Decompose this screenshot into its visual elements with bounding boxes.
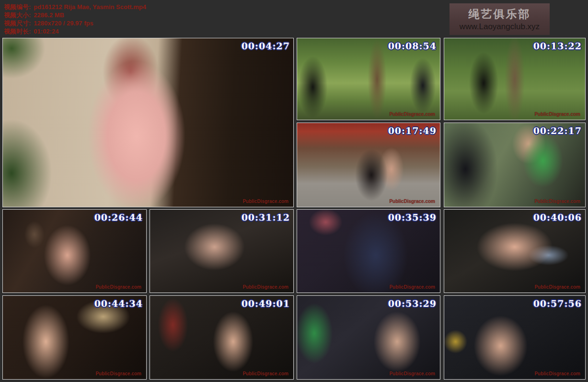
header-bar: 视频编号:pd161212 Rija Mae, Yasmin Scott.mp4… bbox=[0, 0, 588, 38]
video-thumbnail: 00:22:17 PublicDisgrace.com bbox=[444, 123, 586, 207]
studio-watermark: PublicDisgrace.com bbox=[534, 199, 580, 204]
video-thumbnail: 00:57:56 PublicDisgrace.com bbox=[444, 295, 586, 380]
banner-url: www.Laoyangclub.xyz bbox=[450, 22, 550, 32]
studio-watermark: PublicDisgrace.com bbox=[242, 371, 288, 376]
timestamp-overlay: 00:57:56 bbox=[533, 298, 582, 309]
meta-value: pd161212 Rija Mae, Yasmin Scott.mp4 bbox=[34, 3, 146, 11]
studio-watermark: PublicDisgrace.com bbox=[389, 199, 435, 204]
meta-label: 视频时长: bbox=[4, 28, 31, 35]
timestamp-overlay: 00:08:54 bbox=[388, 41, 437, 51]
timestamp-overlay: 00:04:27 bbox=[242, 41, 290, 51]
timestamp-overlay: 00:22:17 bbox=[533, 125, 582, 136]
meta-label: 视频大小: bbox=[4, 11, 31, 19]
studio-watermark: PublicDisgrace.com bbox=[534, 112, 580, 117]
studio-watermark: PublicDisgrace.com bbox=[242, 284, 288, 290]
studio-watermark: PublicDisgrace.com bbox=[389, 371, 435, 376]
studio-watermark: PublicDisgrace.com bbox=[389, 112, 435, 117]
timestamp-overlay: 00:35:39 bbox=[388, 212, 437, 223]
timestamp-overlay: 00:26:44 bbox=[94, 212, 143, 223]
video-thumbnail: 00:31:12 PublicDisgrace.com bbox=[150, 209, 294, 293]
studio-watermark: PublicDisgrace.com bbox=[389, 284, 435, 290]
timestamp-overlay: 00:17:49 bbox=[388, 125, 437, 136]
studio-watermark: PublicDisgrace.com bbox=[95, 371, 141, 376]
video-thumbnail-large: 00:04:27 PublicDisgrace.com bbox=[2, 38, 294, 207]
timestamp-overlay: 00:13:22 bbox=[533, 41, 582, 51]
video-thumbnail: 00:26:44 PublicDisgrace.com bbox=[2, 209, 147, 293]
video-thumbnail: 00:40:06 PublicDisgrace.com bbox=[444, 209, 586, 293]
video-thumbnail: 00:53:29 PublicDisgrace.com bbox=[297, 295, 440, 380]
banner-title: 绳艺俱乐部 bbox=[450, 7, 550, 22]
video-thumbnail: 00:08:54 PublicDisgrace.com bbox=[297, 38, 440, 120]
meta-label: 视频尺寸: bbox=[4, 20, 31, 27]
meta-value: 2286.2 MB bbox=[34, 11, 64, 19]
studio-watermark: PublicDisgrace.com bbox=[534, 371, 580, 376]
timestamp-overlay: 00:40:06 bbox=[533, 212, 582, 223]
meta-line-duration: 视频时长:01:02:24 bbox=[4, 27, 146, 35]
meta-line-filesize: 视频大小:2286.2 MB bbox=[4, 11, 146, 19]
timestamp-overlay: 00:44:34 bbox=[94, 298, 143, 309]
meta-value: 01:02:24 bbox=[34, 28, 58, 35]
video-thumbnail: 00:13:22 PublicDisgrace.com bbox=[444, 38, 586, 120]
timestamp-overlay: 00:49:01 bbox=[242, 298, 290, 309]
timestamp-overlay: 00:53:29 bbox=[388, 298, 437, 309]
studio-watermark: PublicDisgrace.com bbox=[242, 199, 288, 204]
video-thumbnail: 00:44:34 PublicDisgrace.com bbox=[2, 295, 147, 380]
meta-line-filename: 视频编号:pd161212 Rija Mae, Yasmin Scott.mp4 bbox=[4, 3, 146, 11]
meta-label: 视频编号: bbox=[4, 3, 31, 11]
video-thumbnail: 00:35:39 PublicDisgrace.com bbox=[297, 209, 440, 293]
thumbnail-image-placeholder bbox=[3, 38, 293, 207]
video-metadata: 视频编号:pd161212 Rija Mae, Yasmin Scott.mp4… bbox=[4, 3, 146, 35]
video-thumbnail: 00:17:49 PublicDisgrace.com bbox=[297, 123, 440, 207]
studio-watermark: PublicDisgrace.com bbox=[95, 284, 141, 290]
meta-line-resolution: 视频尺寸:1280x720 / 29.97 fps bbox=[4, 19, 146, 27]
video-thumbnail: 00:49:01 PublicDisgrace.com bbox=[150, 295, 294, 380]
meta-value: 1280x720 / 29.97 fps bbox=[34, 20, 93, 27]
studio-watermark: PublicDisgrace.com bbox=[534, 284, 580, 290]
timestamp-overlay: 00:31:12 bbox=[242, 212, 290, 223]
site-watermark-banner: 绳艺俱乐部 www.Laoyangclub.xyz bbox=[450, 3, 550, 35]
